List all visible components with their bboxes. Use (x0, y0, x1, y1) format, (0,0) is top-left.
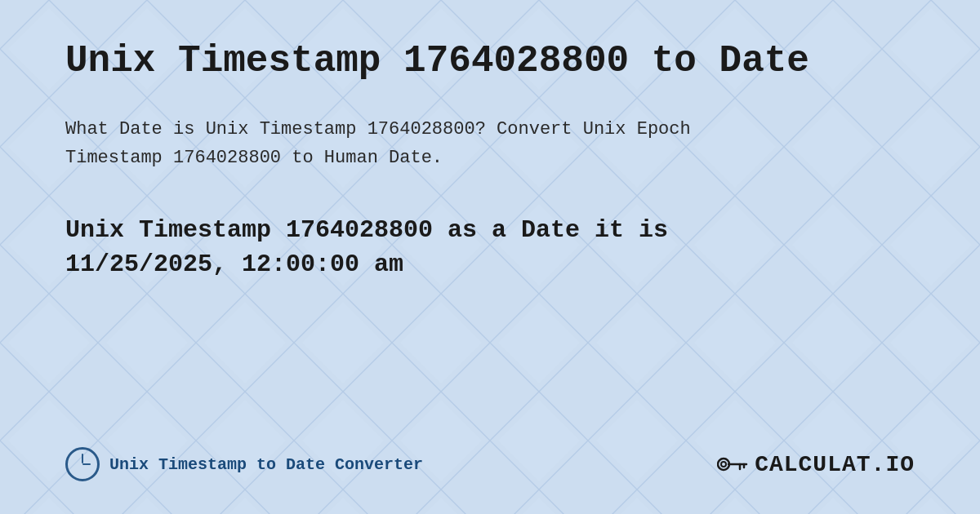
description-text: What Date is Unix Timestamp 1764028800? … (65, 115, 800, 172)
result-text: Unix Timestamp 1764028800 as a Date it i… (65, 213, 841, 281)
footer-label: Unix Timestamp to Date Converter (109, 455, 423, 474)
result-section: Unix Timestamp 1764028800 as a Date it i… (65, 213, 915, 431)
footer: Unix Timestamp to Date Converter CALCULA… (65, 431, 915, 481)
description-line2: Timestamp 1764028800 to Human Date. (65, 148, 443, 168)
logo-text: CALCULAT.IO (755, 452, 915, 477)
svg-point-7 (721, 462, 726, 467)
footer-left: Unix Timestamp to Date Converter (65, 447, 423, 481)
calculat-icon (717, 452, 748, 476)
page-title: Unix Timestamp 1764028800 to Date (65, 41, 915, 82)
description-line1: What Date is Unix Timestamp 1764028800? … (65, 119, 691, 140)
result-line2: 11/25/2025, 12:00:00 am (65, 250, 403, 278)
clock-icon (65, 447, 100, 481)
result-line1: Unix Timestamp 1764028800 as a Date it i… (65, 216, 668, 244)
logo-area: CALCULAT.IO (717, 452, 915, 477)
